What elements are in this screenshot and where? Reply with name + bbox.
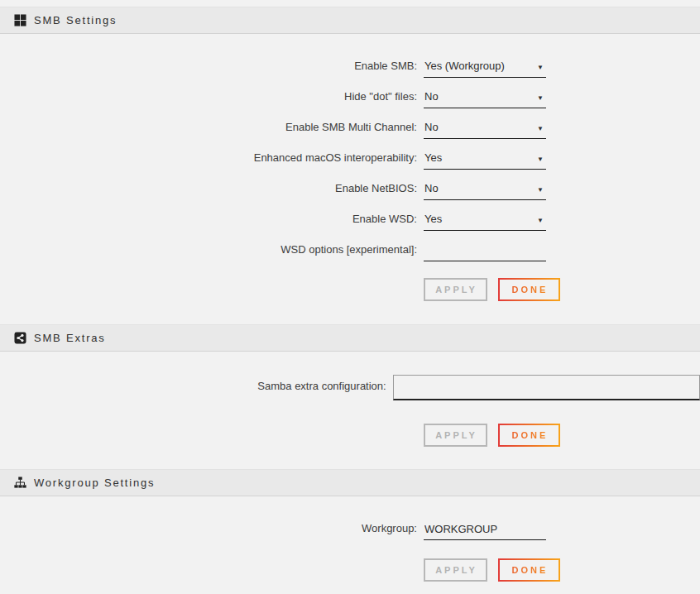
apply-button[interactable]: APPLY (424, 424, 487, 447)
form-row-workgroup: Workgroup: (0, 510, 700, 540)
apply-button[interactable]: APPLY (424, 558, 487, 582)
enable-netbios-value: No (424, 182, 546, 199)
done-button[interactable]: DONE (498, 424, 560, 447)
enable-wsd-select[interactable]: Yes ▼ (424, 213, 546, 231)
form-row-hide-dot-files: Hide "dot" files: No ▼ (0, 78, 700, 108)
form-row-wsd-options: WSD options [experimental]: (0, 231, 700, 261)
workgroup-label: Workgroup: (0, 522, 417, 540)
enable-smb-value: Yes (Workgroup) (424, 60, 546, 77)
section-header-workgroup-settings: Workgroup Settings (0, 469, 700, 496)
workgroup-input[interactable] (424, 522, 546, 539)
smb-settings-button-row: APPLY DONE (424, 278, 700, 301)
workgroup-button-row: APPLY DONE (424, 558, 700, 582)
dropdown-arrow-icon: ▼ (537, 218, 544, 224)
hide-dot-files-value: No (424, 90, 546, 108)
done-button[interactable]: DONE (498, 278, 560, 301)
wsd-options-field-wrap (424, 243, 546, 261)
samba-extra-textarea[interactable] (393, 375, 700, 400)
enable-smb-select[interactable]: Yes (Workgroup) ▼ (424, 60, 546, 78)
smb-multi-channel-label: Enable SMB Multi Channel: (0, 121, 417, 139)
wsd-options-input[interactable] (424, 243, 546, 261)
done-button[interactable]: DONE (498, 558, 560, 582)
samba-extra-label: Samba extra configuration: (0, 375, 386, 392)
macos-interop-value: Yes (424, 151, 546, 169)
dropdown-arrow-icon: ▼ (537, 65, 544, 71)
section-header-smb-settings: SMB Settings (0, 7, 700, 34)
section-title: SMB Settings (34, 14, 117, 26)
section-title: Workgroup Settings (34, 477, 155, 489)
enable-wsd-label: Enable WSD: (0, 213, 417, 231)
section-header-smb-extras: SMB Extras (0, 324, 700, 352)
smb-settings-body: Enable SMB: Yes (Workgroup) ▼ Hide "dot"… (0, 34, 700, 301)
enable-netbios-label: Enable NetBIOS: (0, 182, 417, 200)
smb-multi-channel-select[interactable]: No ▼ (424, 121, 546, 139)
form-row-samba-extra: Samba extra configuration: (0, 352, 700, 400)
smb-multi-channel-value: No (424, 121, 546, 138)
form-row-enable-wsd: Enable WSD: Yes ▼ (0, 200, 700, 231)
wsd-options-label: WSD options [experimental]: (0, 243, 417, 261)
workgroup-settings-body: Workgroup: APPLY DONE (0, 496, 700, 582)
windows-icon (14, 14, 26, 26)
smb-extras-body: Samba extra configuration: APPLY DONE (0, 352, 700, 447)
enable-wsd-value: Yes (424, 213, 546, 230)
macos-interop-select[interactable]: Yes ▼ (424, 151, 546, 170)
dropdown-arrow-icon: ▼ (537, 95, 544, 102)
hide-dot-files-label: Hide "dot" files: (0, 90, 417, 108)
macos-interop-label: Enhanced macOS interoperability: (0, 151, 417, 170)
workgroup-field-wrap (424, 522, 546, 540)
dropdown-arrow-icon: ▼ (537, 156, 544, 163)
form-row-smb-multi-channel: Enable SMB Multi Channel: No ▼ (0, 108, 700, 139)
apply-button[interactable]: APPLY (424, 278, 487, 301)
form-row-enable-netbios: Enable NetBIOS: No ▼ (0, 170, 700, 200)
form-row-enable-smb: Enable SMB: Yes (Workgroup) ▼ (0, 47, 700, 78)
dropdown-arrow-icon: ▼ (537, 187, 544, 194)
hide-dot-files-select[interactable]: No ▼ (424, 90, 546, 108)
smb-extras-button-row: APPLY DONE (424, 424, 700, 447)
dropdown-arrow-icon: ▼ (537, 126, 544, 132)
form-row-macos-interop: Enhanced macOS interoperability: Yes ▼ (0, 139, 700, 170)
share-square-icon (14, 332, 26, 344)
enable-netbios-select[interactable]: No ▼ (424, 182, 546, 200)
section-title: SMB Extras (34, 332, 106, 344)
enable-smb-label: Enable SMB: (0, 60, 417, 78)
sitemap-icon (14, 477, 26, 489)
